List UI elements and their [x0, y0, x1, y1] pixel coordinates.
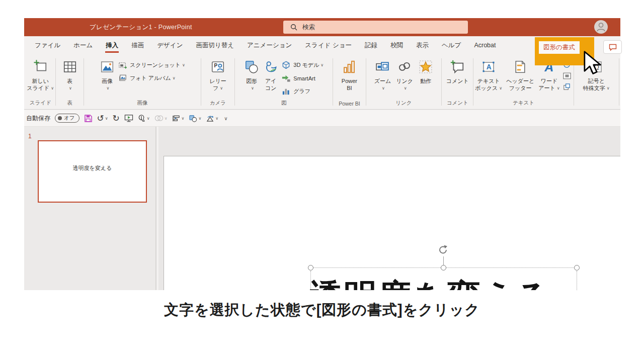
comments-pane-button[interactable] — [603, 40, 622, 54]
tab-view[interactable]: 表示 — [410, 36, 435, 54]
ribbon-tab-row: ファイル ホーム 挿入 描画 デザイン 画面切り替え アニメーション スライド … — [24, 36, 620, 54]
tab-design[interactable]: デザイン — [150, 36, 189, 54]
redo-icon: ↻ — [113, 114, 120, 123]
screenshot-button[interactable]: スクリーンショット — [118, 60, 185, 70]
text-box-icon: A — [481, 59, 496, 74]
redo-button[interactable]: ↻ — [113, 114, 120, 123]
zoom-button[interactable]: ズーム — [374, 56, 391, 93]
cameo-icon: P — [210, 59, 225, 74]
slide-thumbnail[interactable]: 透明度を変える — [38, 140, 147, 203]
ribbon: 新しい スライド スライド — [24, 54, 620, 110]
object-button[interactable] — [562, 82, 572, 92]
power-bi-button[interactable]: Power BI — [342, 56, 357, 92]
selection-handle-middle[interactable] — [441, 265, 446, 270]
3d-model-icon — [281, 60, 291, 70]
ribbon-group-slides: 新しい スライド スライド — [26, 54, 54, 109]
photo-album-button[interactable]: フォト アルバム — [118, 73, 185, 83]
tab-slideshow[interactable]: スライド ショー — [298, 36, 358, 54]
tab-insert[interactable]: 挿入 — [99, 36, 125, 54]
tab-animations[interactable]: アニメーション — [240, 36, 298, 54]
tab-draw[interactable]: 描画 — [125, 36, 150, 54]
change-shape-icon — [206, 115, 214, 122]
slide-editing-area: 透明度を変える — [158, 127, 620, 290]
ribbon-group-table: 表 表 — [57, 54, 83, 109]
3d-models-button[interactable]: 3D モデル — [281, 60, 324, 70]
action-button[interactable]: 動作 — [418, 56, 433, 92]
selection-handle-left[interactable] — [308, 265, 313, 270]
tab-acrobat[interactable]: Acrobat — [467, 36, 502, 54]
align-objects-button[interactable]: ∨ — [172, 115, 185, 122]
slide-textbox-text[interactable]: 透明度を変える — [309, 280, 591, 290]
smartart-icon — [281, 73, 291, 83]
group-label-powerbi: Power BI — [334, 101, 364, 109]
undo-icon: ↺ — [97, 114, 104, 123]
slide-number: 1 — [28, 133, 32, 140]
chart-button[interactable]: グラフ — [281, 86, 324, 96]
slide-canvas[interactable] — [164, 156, 620, 290]
user-avatar[interactable] — [594, 20, 608, 34]
shapes-icon — [244, 59, 259, 74]
new-slide-icon — [33, 59, 48, 74]
group-label-images: 画像 — [85, 100, 200, 109]
search-box[interactable]: 検索 — [283, 21, 468, 34]
save-button[interactable] — [84, 114, 93, 123]
tab-help[interactable]: ヘルプ — [435, 36, 467, 54]
image-icon — [100, 59, 115, 74]
change-shape-button[interactable]: ∨ — [206, 115, 218, 122]
group-label-slides: スライド — [26, 100, 54, 109]
chart-icon — [281, 86, 291, 96]
touch-mode-button[interactable]: ∨ — [138, 114, 150, 123]
autosave-toggle[interactable]: オフ — [55, 114, 79, 123]
thumbnail-text: 透明度を変える — [39, 164, 146, 172]
slide-thumbnail-panel: 1 透明度を変える — [24, 127, 156, 290]
mouse-cursor-icon — [583, 51, 604, 75]
save-icon — [84, 114, 93, 123]
icons-button[interactable]: アイ コン — [263, 56, 278, 92]
window-title: プレゼンテーション1 - PowerPoint — [90, 18, 192, 36]
search-icon — [290, 24, 297, 31]
ribbon-group-camera: P レリー フ カメラ — [202, 54, 233, 109]
merge-shapes-button: ∨ — [154, 115, 168, 122]
shapes-button[interactable]: 図形 — [244, 56, 259, 93]
group-label-links: リンク — [367, 100, 441, 109]
tab-record[interactable]: 記録 — [358, 36, 384, 54]
header-footer-icon — [513, 59, 528, 74]
text-box-button[interactable]: A テキスト ボックス — [475, 56, 502, 93]
start-slideshow-button[interactable] — [124, 114, 133, 122]
selection-handle-right[interactable] — [574, 265, 580, 270]
group-label-comments: コメント — [443, 100, 472, 109]
screenshot-icon — [118, 60, 127, 70]
align-icon — [172, 115, 181, 122]
group-label-symbols — [575, 101, 618, 109]
cameo-button[interactable]: P レリー フ — [209, 56, 226, 93]
smartart-button[interactable]: SmartArt — [281, 73, 324, 83]
tab-shape-format[interactable]: 図形の書式 — [539, 41, 580, 54]
header-footer-button[interactable]: ヘッダーと フッター — [506, 56, 534, 92]
rotate-handle-icon[interactable] — [438, 244, 449, 255]
caption-text: 文字を選択した状態で[図形の書式]をクリック — [0, 300, 644, 320]
comment-button[interactable]: コメント — [446, 56, 469, 92]
slideshow-icon — [124, 114, 133, 122]
zoom-slides-icon — [375, 59, 390, 74]
svg-text:A: A — [487, 63, 492, 71]
undo-button[interactable]: ↺∨ — [97, 114, 108, 123]
ribbon-group-powerbi: Power BI Power BI — [334, 54, 364, 109]
ribbon-group-illustrations: 図形 アイ コン — [236, 54, 332, 109]
search-label: 検索 — [302, 23, 315, 32]
tab-review[interactable]: 校閲 — [384, 36, 410, 54]
group-label-illustrations: 図 — [236, 100, 332, 109]
powerpoint-window: プレゼンテーション1 - PowerPoint 検索 ファイル ホーム 挿入 描… — [24, 18, 620, 290]
slide-number-button[interactable] — [562, 71, 572, 80]
tab-file[interactable]: ファイル — [28, 36, 67, 54]
touch-mode-icon — [138, 114, 146, 123]
autosave-label: 自動保存 — [26, 114, 50, 123]
tab-home[interactable]: ホーム — [67, 36, 99, 54]
link-button[interactable]: リンク — [396, 56, 413, 93]
new-slide-button[interactable]: 新しい スライド — [27, 56, 54, 93]
table-button[interactable]: 表 — [62, 56, 77, 93]
qat-overflow-button[interactable]: ∨ — [223, 116, 227, 121]
tab-transitions[interactable]: 画面切り替え — [189, 36, 240, 54]
duck-icon — [263, 59, 278, 74]
image-button[interactable]: 画像 — [100, 56, 115, 93]
draw-shape-button[interactable]: ∨ — [189, 115, 201, 122]
